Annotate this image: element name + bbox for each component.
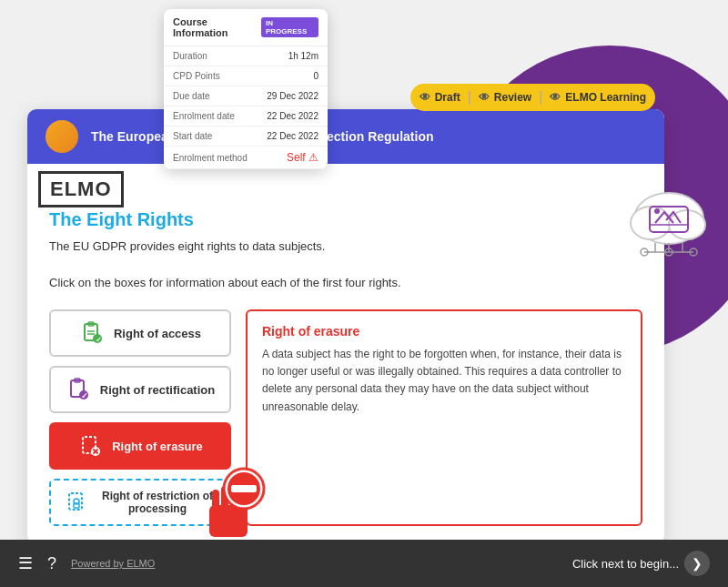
tab-elmo-label: ELMO Learning [565, 91, 646, 104]
erasure-icon [77, 433, 103, 459]
access-icon: ✓ [79, 320, 105, 346]
right-erasure-label: Right of erasure [112, 440, 203, 453]
popup-label-duration: Duration [173, 51, 207, 61]
elmo-logo: ELMO [38, 171, 124, 207]
cloud-widget [619, 177, 719, 259]
popup-row-enrolment-date: Enrolment date 22 Dec 2022 [164, 106, 328, 127]
svg-rect-39 [231, 485, 257, 492]
info-panel-text: A data subject has the right to be forgo… [262, 346, 626, 416]
rectification-icon: ✓ [66, 377, 91, 402]
tab-divider-2: | [539, 89, 542, 106]
svg-point-5 [654, 208, 660, 214]
popup-title: Course Information [173, 16, 261, 38]
right-rectification-label: Right of rectification [100, 383, 215, 397]
tab-elmo-learning[interactable]: 👁 ELMO Learning [550, 89, 646, 106]
card-header: The European Union General Data Protecti… [27, 109, 664, 164]
in-progress-badge: IN PROGRESS [261, 17, 318, 37]
rights-container: ✓ Right of access ✓ Right of rectificati… [49, 309, 642, 526]
popup-row-method: Enrolment method Self ⚠ [164, 147, 328, 169]
popup-value-duration: 1h 12m [288, 51, 318, 61]
help-icon[interactable]: ? [47, 554, 56, 573]
popup-label-cpd: CPD Points [173, 71, 220, 81]
popup-row-cpd: CPD Points 0 [164, 66, 328, 86]
svg-rect-31 [74, 503, 79, 508]
svg-text:✓: ✓ [81, 391, 88, 400]
right-access-label: Right of access [114, 327, 201, 340]
bottom-bar: ☰ ? Powered by ELMO Click next to begin.… [0, 540, 728, 587]
section-desc-line2: Click on the boxes for information about… [49, 274, 642, 292]
popup-value-due: 29 Dec 2022 [267, 91, 318, 101]
bottom-right[interactable]: Click next to begin... ❯ [572, 551, 710, 576]
popup-row-due: Due date 29 Dec 2022 [164, 86, 328, 106]
course-info-popup: Course Information IN PROGRESS Duration … [164, 9, 328, 169]
tab-divider-1: | [468, 89, 471, 106]
tab-review-label: Review [494, 91, 531, 104]
info-panel: Right of erasure A data subject has the … [246, 309, 642, 526]
main-card: The European Union General Data Protecti… [27, 109, 664, 544]
arrow-icon: ❯ [692, 556, 703, 571]
popup-label-due: Due date [173, 91, 210, 101]
popup-label-enrolment-date: Enrolment date [173, 111, 235, 121]
right-rectification-button[interactable]: ✓ Right of rectification [49, 366, 231, 413]
info-panel-title: Right of erasure [262, 324, 626, 339]
popup-value-cpd: 0 [313, 71, 318, 81]
tab-draft[interactable]: 👁 Draft [420, 89, 460, 106]
eye-icon-elmo: 👁 [550, 91, 561, 104]
powered-by-link[interactable]: Powered by ELMO [71, 558, 155, 569]
popup-row-duration: Duration 1h 12m [164, 46, 328, 66]
tab-draft-label: Draft [435, 91, 460, 104]
no-entry-widget [191, 460, 273, 541]
popup-value-start: 22 Dec 2022 [267, 131, 318, 141]
eye-icon-draft: 👁 [420, 91, 430, 104]
section-title: The Eight Rights [49, 209, 642, 230]
tab-review[interactable]: 👁 Review [479, 89, 531, 106]
header-circle-icon [46, 120, 78, 153]
menu-icon[interactable]: ☰ [18, 553, 33, 573]
bottom-left: ☰ ? Powered by ELMO [18, 553, 155, 573]
section-desc-line1: The EU GDPR provides eight rights to dat… [49, 238, 642, 256]
right-access-button[interactable]: ✓ Right of access [49, 309, 231, 357]
popup-row-start: Start date 22 Dec 2022 [164, 127, 328, 147]
tabs-bar: 👁 Draft | 👁 Review | 👁 ELMO Learning [410, 84, 655, 111]
popup-label-method: Enrolment method [173, 153, 248, 163]
popup-value-enrolment-date: 22 Dec 2022 [267, 111, 318, 121]
popup-value-method: Self ⚠ [287, 151, 318, 164]
svg-text:✓: ✓ [95, 336, 101, 344]
next-arrow-button[interactable]: ❯ [684, 551, 710, 576]
eye-icon-review: 👁 [479, 91, 490, 104]
next-text: Click next to begin... [572, 557, 679, 571]
svg-rect-33 [212, 490, 219, 510]
popup-label-start: Start date [173, 131, 212, 141]
restriction-icon [64, 490, 89, 515]
